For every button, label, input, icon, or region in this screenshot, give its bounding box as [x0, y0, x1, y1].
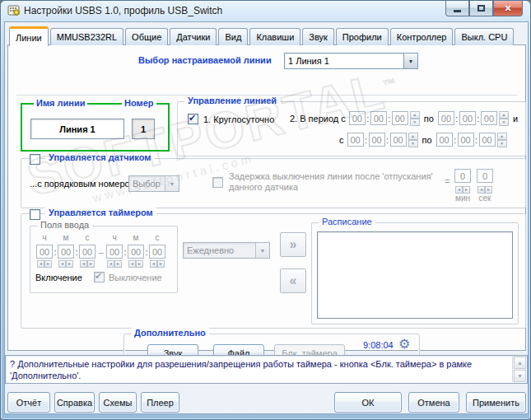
period2-to-label: по	[422, 135, 432, 145]
period2-to-ss[interactable]: 00	[479, 133, 496, 147]
timer-fields-group: Поля ввода ч м с ч м с 00 00 00 – 0	[30, 226, 178, 293]
delay-checkbox[interactable]: ✔	[212, 177, 223, 188]
dropdown-arrow-icon[interactable]: ▼	[255, 243, 269, 258]
line-select-combobox[interactable]: 1 Линия 1 ▼	[284, 53, 418, 69]
hour-col-label: ч	[106, 233, 123, 242]
delay-seconds-spinner[interactable]: ◂▸	[477, 186, 492, 194]
tab-profiles[interactable]: Профили	[336, 28, 389, 45]
app-icon	[7, 4, 21, 17]
timer-spinner[interactable]: ◂▸	[37, 260, 52, 268]
remove-from-schedule-button[interactable]: «	[280, 268, 306, 293]
timer-spinner[interactable]: ◂▸	[128, 260, 143, 268]
close-button[interactable]: ✕	[493, 1, 523, 16]
sensor-order-label: ...с порядковым номером	[30, 179, 136, 189]
clock-display: 9:08:04	[363, 340, 394, 350]
spinner-right-icon: ▸	[485, 186, 492, 194]
period-from-spinner[interactable]: ▲▼	[410, 111, 420, 125]
line-number-field[interactable]: 1	[132, 119, 155, 139]
timer-checkbox[interactable]: ✔	[30, 209, 40, 220]
title-bar[interactable]: Настройки USBS 1.0, профиль USB_Switch ✕	[1, 1, 530, 21]
tab-general[interactable]: Общие	[125, 28, 168, 45]
tab-keys[interactable]: Клавиши	[249, 28, 300, 45]
cancel-button[interactable]: Отмена	[408, 392, 459, 413]
period-label: 2. В период с	[290, 114, 346, 124]
dropdown-arrow-icon[interactable]: ▼	[403, 54, 417, 68]
sensor-number-combobox[interactable]: Выбор ▼	[128, 175, 179, 192]
line-control-legend: Управление линией	[184, 96, 280, 105]
timer-off-hh[interactable]: 00	[106, 245, 123, 259]
range-dash: –	[95, 247, 106, 257]
timer-off-ss[interactable]: 00	[149, 245, 165, 259]
schedule-listbox[interactable]	[317, 231, 513, 319]
tab-lines[interactable]: Линии	[9, 26, 49, 46]
timer-on-ss[interactable]: 00	[79, 245, 95, 259]
line-select-value: 1 Линия 1	[285, 54, 403, 68]
timer-spinner[interactable]: ◂▸	[80, 260, 95, 268]
dropdown-arrow-icon[interactable]: ▼	[165, 176, 179, 191]
status-scrollbar[interactable]: ▲ ▼	[512, 357, 526, 382]
delay-seconds-field[interactable]: 0	[477, 169, 493, 183]
line-name-frame: Имя линии Номер 1	[21, 103, 170, 152]
tab-cpu-off[interactable]: Выкл. CPU	[454, 28, 514, 45]
schemes-button[interactable]: Схемы	[99, 392, 137, 413]
status-help-box: ? Дополнительные настройки для разрешени…	[5, 355, 528, 384]
report-button[interactable]: Отчёт	[7, 392, 50, 413]
ok-button[interactable]: ОК	[334, 392, 402, 413]
help-button[interactable]: Справка	[54, 392, 95, 413]
repeat-combobox[interactable]: Ежедневно ▼	[183, 242, 270, 259]
period-to-spinner[interactable]: ▲▼	[499, 111, 509, 125]
spinner-left-icon: ◂	[477, 186, 485, 194]
period-to-hh[interactable]: 00	[438, 111, 454, 125]
transfer-right-icon: »	[290, 237, 297, 252]
player-button[interactable]: Плеер	[141, 392, 179, 413]
tab-view[interactable]: Вид	[218, 28, 248, 45]
delay-minutes-spinner[interactable]: ◂▸	[455, 186, 470, 194]
period2-from-ss[interactable]: 00	[390, 133, 407, 147]
scroll-up-icon[interactable]: ▲	[514, 357, 526, 369]
period2-from-spinner[interactable]: ▲▼	[408, 133, 418, 147]
on-label: Включение	[35, 273, 82, 282]
tab-sound[interactable]: Звук	[302, 28, 334, 45]
timer-spinner[interactable]: ◂▸	[58, 260, 73, 268]
minimize-button[interactable]	[445, 1, 469, 16]
period2-from-hh[interactable]: 00	[347, 133, 364, 147]
sensor-checkbox[interactable]: ✔	[30, 154, 40, 165]
timer-on-mm[interactable]: 00	[58, 245, 74, 259]
period2-to-mm[interactable]: 00	[458, 133, 474, 147]
period2-from-mm[interactable]: 00	[369, 133, 385, 147]
line-name-input[interactable]	[30, 119, 124, 139]
period-from-hh[interactable]: 00	[349, 111, 366, 125]
period-to-ss[interactable]: 00	[481, 111, 497, 125]
window-title: Настройки USBS 1.0, профиль USB_Switch	[24, 5, 222, 16]
apply-button[interactable]: Применить	[466, 392, 526, 413]
delay-minutes-field[interactable]: 0	[454, 169, 471, 183]
and-label: и	[513, 114, 518, 124]
spinner-up-icon: ▲	[410, 111, 420, 119]
scroll-down-icon[interactable]: ▼	[514, 370, 526, 382]
period-from-mm[interactable]: 00	[370, 111, 387, 125]
timer-off-mm[interactable]: 00	[128, 245, 144, 259]
tab-bar: Линии MMUSB232RL Общие Датчики Вид Клави…	[9, 26, 525, 45]
timer-on-hh[interactable]: 00	[36, 245, 53, 259]
check-icon: ✔	[95, 271, 102, 282]
period2-to-hh[interactable]: 00	[436, 133, 453, 147]
timer-spinner[interactable]: ◂▸	[107, 260, 122, 268]
tab-sensors[interactable]: Датчики	[170, 28, 217, 45]
off-checkbox[interactable]: ✔	[94, 272, 105, 282]
settings-window: Настройки USBS 1.0, профиль USB_Switch ✕…	[0, 0, 531, 420]
gear-icon[interactable]: ⚙	[398, 338, 410, 351]
period2-to-spinner[interactable]: ▲▼	[497, 133, 507, 147]
add-to-schedule-button[interactable]: »	[280, 232, 306, 257]
around-clock-checkbox[interactable]: ✔	[188, 114, 198, 124]
maximize-button[interactable]	[469, 1, 493, 16]
period-to-mm[interactable]: 00	[459, 111, 476, 125]
spinner-down-icon: ▼	[410, 119, 420, 126]
tab-mmusb232rl[interactable]: MMUSB232RL	[50, 28, 123, 45]
tab-controller[interactable]: Контроллер	[390, 28, 454, 45]
period-from-ss[interactable]: 00	[392, 111, 408, 125]
timer-spinner[interactable]: ◂▸	[150, 260, 165, 268]
spinner-down-icon: ▼	[499, 119, 509, 126]
timer-legend: Управляется таймером	[45, 208, 156, 217]
close-icon: ✕	[504, 3, 511, 14]
second-col-label: с	[149, 233, 165, 242]
